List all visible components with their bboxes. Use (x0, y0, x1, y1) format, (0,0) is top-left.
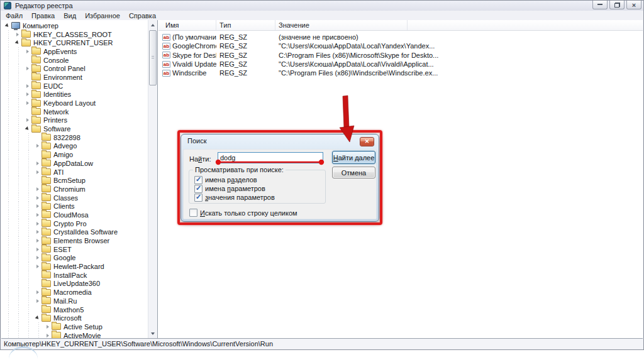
tree-expander-icon[interactable] (34, 196, 41, 200)
tree-expander-icon[interactable] (34, 162, 41, 165)
tree-item[interactable]: CrystalIdea Software (1, 228, 147, 237)
tree-expander-icon[interactable] (34, 144, 41, 148)
tree-expander-icon[interactable] (44, 325, 51, 329)
column-header-value[interactable]: Значение (275, 20, 408, 30)
tree-item-label: Identities (43, 90, 71, 98)
tree-expander-icon[interactable] (34, 230, 41, 234)
tree-expander-icon[interactable] (4, 24, 11, 28)
tree-item[interactable]: EUDC (1, 82, 147, 90)
tree-expander-icon[interactable] (24, 127, 31, 131)
value-row[interactable]: abVivaldi Update ...REG_SZ"C:\Users\Ксюш… (158, 60, 643, 69)
tree-item[interactable]: ESET (1, 245, 147, 254)
value-row[interactable]: abSkype for DesktopREG_SZC:\Program File… (158, 51, 643, 60)
column-header-type[interactable]: Тип (216, 20, 275, 30)
restore-button[interactable] (609, 1, 625, 9)
tree-guide (24, 236, 34, 245)
tree-item[interactable]: ActiveMovie (1, 331, 147, 338)
tree-item[interactable]: Clients (1, 202, 147, 211)
tree-item[interactable]: CloudMosa (1, 211, 147, 219)
tree-item[interactable]: Google (1, 254, 147, 263)
tree-expander-icon[interactable] (24, 50, 31, 53)
string-value-icon: ab (162, 34, 170, 41)
tree-expander-icon[interactable] (14, 41, 21, 45)
tree-item[interactable]: Keyboard Layout (1, 99, 147, 107)
tree-item[interactable]: Crypto Pro (1, 219, 147, 228)
tree-item[interactable]: Amigo (1, 150, 147, 159)
tree-item[interactable]: Console (1, 56, 147, 65)
tree-item-label: Clients (53, 202, 75, 210)
tree-item[interactable]: AppDataLow (1, 159, 147, 168)
tree-item[interactable]: Mail.Ru (1, 297, 147, 305)
tree-item[interactable]: Maxthon5 (1, 305, 147, 314)
scrollbar-thumb[interactable] (149, 30, 157, 85)
tree-expander-icon[interactable] (14, 33, 21, 36)
tree-expander-icon[interactable] (34, 265, 41, 268)
tree-guide (4, 288, 14, 297)
value-row[interactable]: abWindscribeREG_SZ"C:\Program Files (x86… (158, 69, 643, 77)
tree-expander-icon[interactable] (34, 187, 41, 191)
tree-item[interactable]: InstallPack (1, 271, 147, 280)
tree-expander-icon[interactable] (24, 67, 31, 70)
tree-item[interactable]: LiveUpdate360 (1, 280, 147, 288)
tree-item[interactable]: Microsoft (1, 314, 147, 322)
column-header-name[interactable]: Имя (158, 20, 216, 30)
tree-item[interactable]: Active Setup (1, 322, 147, 331)
tree-item-label: Software (43, 125, 70, 133)
tree-expander-icon[interactable] (34, 213, 41, 217)
tree-item[interactable]: Identities (1, 90, 147, 99)
scroll-up-icon[interactable] (148, 20, 157, 30)
column-header-filler (408, 20, 643, 30)
tree-guide (24, 322, 34, 331)
minimize-button[interactable] (592, 1, 608, 9)
tree-expander-icon[interactable] (34, 170, 41, 174)
tree-expander-icon[interactable] (34, 299, 41, 303)
tree-guide (4, 202, 14, 211)
tree-expander-icon[interactable] (34, 222, 41, 226)
menu-item[interactable]: Избранное (80, 11, 125, 20)
tree-item[interactable]: AppEvents (1, 47, 147, 56)
tree-expander-icon[interactable] (34, 239, 41, 243)
tree-item[interactable]: Advego (1, 142, 147, 151)
close-button[interactable]: × (626, 1, 641, 9)
tree-expander-icon[interactable] (34, 316, 41, 320)
tree-item[interactable]: Компьютер (1, 21, 147, 30)
tree-item[interactable]: Elements Browser (1, 236, 147, 245)
tree-expander-icon[interactable] (34, 256, 41, 260)
value-type: REG_SZ (216, 52, 275, 59)
folder-icon (42, 255, 51, 261)
tree-item[interactable]: ATI (1, 168, 147, 177)
tree-item[interactable]: Chromium (1, 185, 147, 194)
value-row[interactable]: ab(По умолчанию)REG_SZ(значение не присв… (158, 33, 643, 41)
tree-item[interactable]: Classes (1, 194, 147, 202)
tree-item-label: ActiveMovie (64, 332, 101, 338)
tree-expander-icon[interactable] (34, 248, 41, 251)
tree-expander-icon[interactable] (44, 334, 51, 337)
menu-item[interactable]: Вид (59, 11, 80, 20)
tree-item[interactable]: Software (1, 124, 147, 133)
tree-expander-icon[interactable] (24, 92, 31, 96)
value-row[interactable]: abGoogleChrome...REG_SZ"C:\Users\Ксюша\A… (158, 41, 643, 50)
tree-guide (14, 47, 24, 56)
tree-expander-icon[interactable] (34, 204, 41, 208)
tree-scrollbar[interactable] (148, 20, 157, 338)
tree-item[interactable]: Hewlett-Packard (1, 262, 147, 271)
tree-item[interactable]: Macromedia (1, 288, 147, 297)
menu-item[interactable]: Справка (125, 11, 160, 20)
tree-item[interactable]: Environment (1, 73, 147, 82)
tree-expander-icon[interactable] (34, 290, 41, 294)
tree-item[interactable]: HKEY_CURRENT_USER (1, 38, 147, 47)
tree-item[interactable]: Network (1, 107, 147, 116)
tree-item[interactable]: Printers (1, 116, 147, 125)
menu-item[interactable]: Файл (1, 11, 27, 20)
scroll-down-icon[interactable] (148, 329, 157, 338)
tree-expander-icon[interactable] (24, 101, 31, 105)
tree-item[interactable]: HKEY_CLASSES_ROOT (1, 30, 147, 39)
tree-expander-icon[interactable] (24, 84, 31, 88)
tree-expander-icon[interactable] (24, 118, 31, 122)
tree-guide (24, 202, 34, 211)
tree-item[interactable]: 8322898 (1, 133, 147, 142)
menu-item[interactable]: Правка (27, 11, 59, 20)
tree-item[interactable]: Control Panel (1, 64, 147, 73)
tree-item[interactable]: BcmSetup (1, 176, 147, 185)
tree-guide (14, 245, 24, 254)
